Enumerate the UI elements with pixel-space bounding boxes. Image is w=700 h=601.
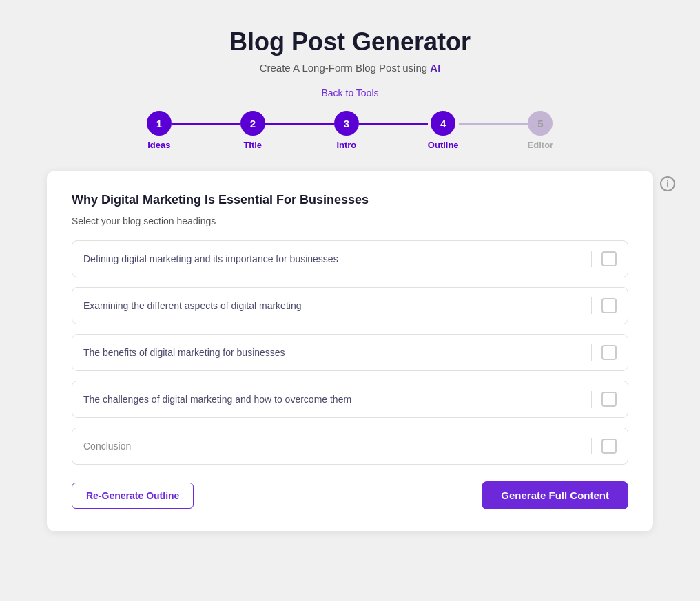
step-4: 4 Outline (428, 111, 459, 150)
step-label-2: Title (244, 140, 262, 150)
step-3: 3 Intro (334, 111, 359, 150)
step-connector-3 (359, 123, 428, 125)
checkbox-2[interactable] (601, 298, 617, 313)
divider-5 (591, 438, 592, 454)
info-icon[interactable]: i (660, 176, 675, 191)
checkbox-4[interactable] (601, 392, 617, 407)
step-circle-5: 5 (528, 111, 553, 136)
regenerate-outline-button[interactable]: Re-Generate Outline (72, 483, 194, 509)
card-instruction: Select your blog section headings (72, 215, 628, 226)
step-label-3: Intro (336, 140, 356, 150)
subtitle-text: Create A Long-Form Blog Post using (260, 62, 431, 74)
checkbox-3[interactable] (601, 345, 617, 360)
checkbox-5[interactable] (601, 439, 617, 454)
ai-text: AI (430, 62, 440, 74)
step-circle-4: 4 (431, 111, 455, 136)
step-label-1: Ideas (147, 140, 170, 150)
step-connector-1 (172, 123, 240, 125)
step-connector-4 (459, 123, 528, 125)
outline-item-2[interactable]: Examining the different aspects of digit… (72, 287, 628, 324)
card-blog-title: Why Digital Marketing Is Essential For B… (72, 193, 628, 207)
step-5: 5 Editor (528, 111, 554, 150)
divider-1 (591, 251, 592, 267)
step-label-4: Outline (428, 140, 459, 150)
step-2: 2 Title (240, 111, 265, 150)
page-title: Blog Post Generator (229, 28, 471, 56)
outline-item-4[interactable]: The challenges of digital marketing and … (72, 381, 628, 418)
generate-full-content-button[interactable]: Generate Full Content (482, 481, 628, 509)
step-1: 1 Ideas (147, 111, 172, 150)
page-subtitle: Create A Long-Form Blog Post using AI (229, 62, 471, 74)
outline-item-1[interactable]: Defining digital marketing and its impor… (72, 240, 628, 277)
checkbox-1[interactable] (601, 251, 617, 266)
step-connector-2 (265, 123, 334, 125)
main-card: i Why Digital Marketing Is Essential For… (47, 171, 653, 531)
outline-item-text-2: Examining the different aspects of digit… (83, 300, 581, 311)
outline-item-text-3: The benefits of digital marketing for bu… (83, 347, 581, 358)
outline-item-3[interactable]: The benefits of digital marketing for bu… (72, 334, 628, 371)
page-header: Blog Post Generator Create A Long-Form B… (229, 28, 471, 74)
back-to-tools-link[interactable]: Back to Tools (321, 87, 378, 98)
step-circle-1: 1 (147, 111, 172, 136)
divider-4 (591, 391, 592, 408)
outline-item-text-1: Defining digital marketing and its impor… (83, 253, 581, 264)
divider-2 (591, 297, 592, 314)
step-circle-3: 3 (334, 111, 359, 136)
divider-3 (591, 344, 592, 361)
outline-item-text-4: The challenges of digital marketing and … (83, 394, 581, 405)
step-circle-2: 2 (240, 111, 265, 136)
stepper: 1 Ideas 2 Title 3 Intro 4 Outline 5 Edit… (147, 111, 553, 150)
card-footer: Re-Generate Outline Generate Full Conten… (72, 481, 628, 509)
outline-item-text-5: Conclusion (83, 441, 581, 452)
outline-item-5[interactable]: Conclusion (72, 428, 628, 465)
step-label-5: Editor (528, 140, 554, 150)
